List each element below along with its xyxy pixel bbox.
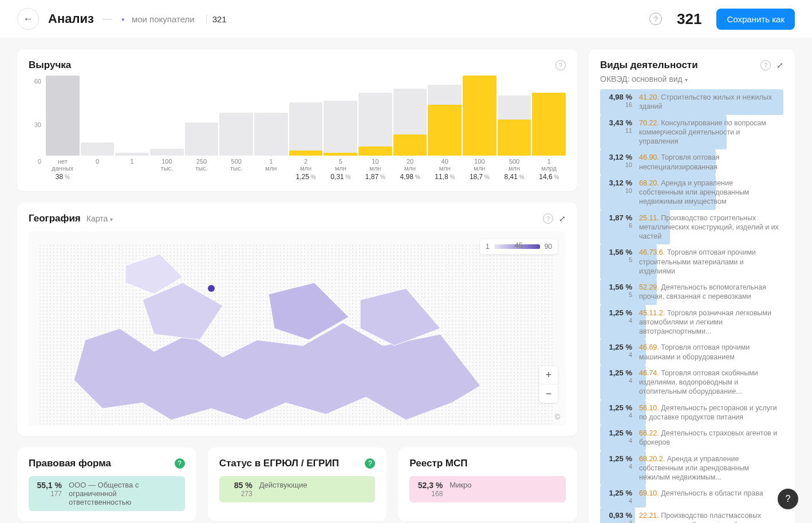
activity-row[interactable]: 1,25 %445.11.2. Торговля розничная легко… <box>600 305 783 340</box>
activity-code: 45.11.2. <box>639 309 665 317</box>
revenue-bar-label: 20млн <box>404 158 416 171</box>
revenue-bar-label: 10млн <box>369 158 381 171</box>
copyright-icon: © <box>555 413 560 421</box>
revenue-bar-percent: 1,87 % <box>365 173 385 181</box>
revenue-bar[interactable]: 1млн <box>254 76 288 181</box>
list-item[interactable]: 52,3 %168Микро <box>409 476 566 502</box>
revenue-bar-percent: 11,8 % <box>435 173 455 181</box>
activity-code: 69.10. <box>639 489 659 497</box>
revenue-bar[interactable]: 2млн1,25 % <box>289 76 323 181</box>
activity-row[interactable]: 1,56 %552.29. Деятельность вспомогательн… <box>600 279 783 305</box>
activities-subfilter[interactable]: ОКВЭД: основной вид ▾ <box>600 74 783 84</box>
revenue-bar-percent: 38 % <box>56 173 70 181</box>
geography-mode-selector[interactable]: Карта ▾ <box>86 214 113 223</box>
activity-row[interactable]: 1,56 %546.73.6. Торговля оптовая прочими… <box>600 244 783 279</box>
revenue-bar-percent <box>200 173 202 181</box>
activity-row[interactable]: 3,43 %1170.22. Консультирование по вопро… <box>600 115 783 150</box>
revenue-bar-label: 250тыс. <box>195 158 208 171</box>
activity-code: 46.73.6. <box>639 248 665 256</box>
revenue-bar-label: 2млн <box>300 158 312 171</box>
activity-row[interactable]: 3,12 %1068.20. Аренда и управление собст… <box>600 175 783 210</box>
activity-code: 68.20.2. <box>639 455 665 463</box>
revenue-bar[interactable]: 5млн0,31 % <box>324 76 357 181</box>
activity-count: 4 <box>605 497 632 504</box>
revenue-bar-percent <box>235 173 237 181</box>
activity-row[interactable]: 0,93 %322.21. Производство пластмассовых… <box>600 508 783 523</box>
activity-row[interactable]: 3,12 %1046.90. Торговля оптовая неспециа… <box>600 149 783 175</box>
activity-code: 41.20. <box>639 93 659 101</box>
activity-count: 3 <box>605 520 632 523</box>
activity-percent: 3,43 % <box>605 118 632 127</box>
list-item[interactable]: 55,1 %177ООО — Общества с ограниченной о… <box>29 476 185 511</box>
activity-row[interactable]: 1,25 %469.10. Деятельность в области пра… <box>600 485 783 508</box>
revenue-bar-label: 500млн <box>509 158 520 171</box>
chevron-down-icon: ▾ <box>685 77 688 83</box>
row-count: 273 <box>241 490 253 498</box>
header: ← Анализ — ● мои покупатели 321 ? 321 Со… <box>0 0 812 38</box>
activity-text: 46.74. Торговля оптовая скобяными издели… <box>639 369 779 397</box>
map[interactable]: 1 45 90 + − © <box>29 231 566 426</box>
revenue-chart[interactable]: 60 30 0 нетданных38 %0 1 100тыс. 250тыс.… <box>29 78 566 181</box>
msp-title: Реестр МСП <box>409 458 467 469</box>
activity-row[interactable]: 1,87 %625.11. Производство строительных … <box>600 210 783 245</box>
activity-count: 4 <box>605 351 632 358</box>
activity-text: 46.90. Торговля оптовая неспециализирова… <box>639 153 779 172</box>
activity-code: 46.74. <box>639 369 659 377</box>
activity-code: 22.21. <box>639 512 659 520</box>
list-item[interactable]: 85 %273Действующие <box>219 476 376 502</box>
revenue-bar[interactable]: 250тыс. <box>185 76 219 181</box>
revenue-bar-percent: 8,41 % <box>504 173 525 181</box>
revenue-bar-label: 100тыс. <box>161 158 174 171</box>
revenue-bar[interactable]: 100млн18,7 % <box>463 76 496 181</box>
revenue-bar-label: нетданных <box>52 158 73 171</box>
row-text: Микро <box>450 481 560 489</box>
activity-text: 45.11.2. Торговля розничная легковыми ав… <box>639 308 779 336</box>
revenue-bar[interactable]: 0 <box>81 76 115 181</box>
activity-percent: 1,56 % <box>605 248 632 256</box>
revenue-bar[interactable]: 1млрд14,6 % <box>532 76 566 181</box>
help-badge-icon[interactable]: ? <box>175 458 185 469</box>
activity-row[interactable]: 1,25 %446.74. Торговля оптовая скобяными… <box>600 365 783 400</box>
activities-title: Виды деятельности <box>600 60 698 71</box>
revenue-bar[interactable]: нетданных38 % <box>46 76 80 181</box>
revenue-bar[interactable]: 40млн11,8 % <box>428 76 462 181</box>
dash: — <box>103 14 112 24</box>
activity-row[interactable]: 1,25 %446.69. Торговля оптовая прочими м… <box>600 339 783 365</box>
activity-row[interactable]: 4,98 %1641.20. Строительство жилых и неж… <box>600 89 783 115</box>
segment-name: мои покупатели <box>132 14 195 24</box>
save-as-button[interactable]: Сохранить как <box>716 9 795 30</box>
revenue-bar-label: 5млн <box>335 158 346 171</box>
activity-percent: 1,25 % <box>605 343 632 351</box>
activity-code: 46.69. <box>639 343 659 351</box>
activity-row[interactable]: 1,25 %466.22. Деятельность страховых аге… <box>600 425 783 451</box>
expand-icon[interactable]: ⤢ <box>559 214 566 223</box>
revenue-bar-label: 1млрд <box>542 158 557 171</box>
revenue-bar[interactable]: 1 <box>115 76 149 181</box>
zoom-in-button[interactable]: + <box>539 366 558 385</box>
help-fab[interactable]: ? <box>778 489 798 509</box>
map-legend: 1 45 90 <box>480 239 558 254</box>
activity-percent: 1,25 % <box>605 454 632 463</box>
activity-row[interactable]: 1,25 %468.20.2. Аренда и управление собс… <box>600 451 783 486</box>
revenue-bar[interactable]: 500млн8,41 % <box>498 76 531 181</box>
help-icon[interactable]: ? <box>760 60 771 70</box>
revenue-bar[interactable]: 500тыс. <box>219 76 253 181</box>
revenue-bar[interactable]: 100тыс. <box>150 76 184 181</box>
activity-code: 52.29. <box>639 283 659 291</box>
help-icon[interactable]: ? <box>649 13 662 25</box>
zoom-out-button[interactable]: − <box>539 385 558 403</box>
revenue-bar[interactable]: 20млн4,98 % <box>393 76 427 181</box>
revenue-bar-percent <box>270 173 272 181</box>
row-percent: 55,1 % <box>37 481 62 490</box>
chevron-down-icon: ▾ <box>110 216 113 223</box>
activity-percent: 3,12 % <box>605 179 632 187</box>
revenue-bar-label: 40млн <box>439 158 451 171</box>
help-icon[interactable]: ? <box>555 60 566 70</box>
revenue-bar[interactable]: 10млн1,87 % <box>358 76 392 181</box>
expand-icon[interactable]: ⤢ <box>776 61 783 70</box>
activity-row[interactable]: 1,25 %456.10. Деятельность ресторанов и … <box>600 400 783 426</box>
help-icon[interactable]: ? <box>543 213 553 224</box>
help-badge-icon[interactable]: ? <box>365 458 375 469</box>
revenue-bar-percent: 18,7 % <box>470 173 490 181</box>
back-button[interactable]: ← <box>17 8 39 30</box>
